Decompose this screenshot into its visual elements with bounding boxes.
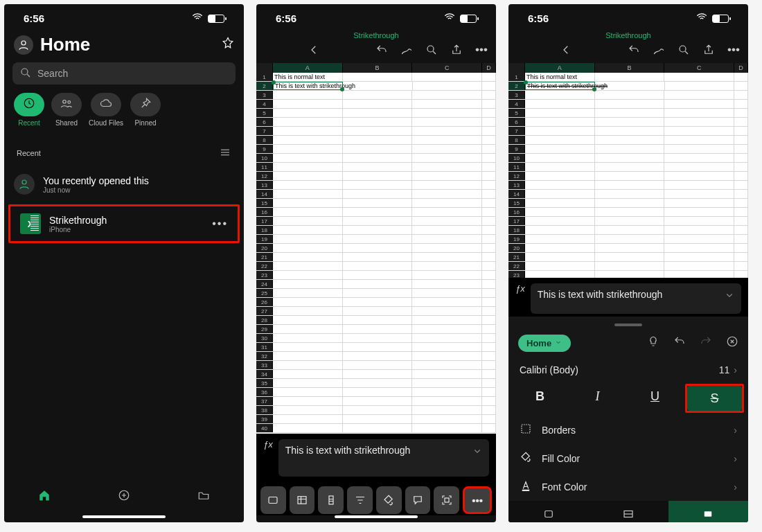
qt-scan-icon[interactable]	[434, 486, 459, 514]
undo-icon[interactable]	[673, 335, 686, 351]
table-row[interactable]: 7	[508, 127, 748, 136]
table-row[interactable]: 31	[256, 343, 496, 352]
table-row[interactable]: 1This is normal text	[256, 73, 496, 82]
draw-icon[interactable]	[399, 42, 414, 57]
table-row[interactable]: 5	[508, 109, 748, 118]
list-mode-icon[interactable]	[219, 146, 231, 160]
table-row[interactable]: 15	[256, 199, 496, 208]
font-picker[interactable]: Calibri (Body) 11 ›	[508, 359, 748, 381]
search-input[interactable]: Search	[12, 62, 236, 85]
strikethrough-button[interactable]: S	[687, 386, 742, 411]
table-row[interactable]: 16	[508, 208, 748, 217]
ribbon-home-button[interactable]: Home	[518, 335, 571, 352]
table-row[interactable]: 10	[256, 154, 496, 163]
table-row[interactable]: 33	[256, 361, 496, 370]
close-icon[interactable]	[726, 335, 738, 351]
table-row[interactable]: 27	[256, 307, 496, 316]
table-row[interactable]: 29	[256, 325, 496, 334]
premium-icon[interactable]	[222, 37, 234, 53]
table-row[interactable]: 18	[508, 226, 748, 235]
table-row[interactable]: 18	[256, 226, 496, 235]
col-a[interactable]: A	[525, 63, 595, 73]
table-row[interactable]: 34	[256, 370, 496, 379]
undo-icon[interactable]	[374, 42, 389, 57]
table-row[interactable]: 23	[508, 271, 748, 278]
more-icon[interactable]: •••	[726, 42, 741, 57]
table-row[interactable]: 13	[508, 181, 748, 190]
drag-handle[interactable]	[614, 323, 642, 326]
table-row[interactable]: 21	[508, 253, 748, 262]
col-d[interactable]: D	[734, 63, 748, 73]
qt-fill-icon[interactable]	[376, 486, 402, 514]
qt-card-icon[interactable]	[260, 486, 286, 514]
bold-button[interactable]: B	[513, 384, 567, 409]
spreadsheet[interactable]: A B C D 1This is normal text2This is tex…	[508, 63, 748, 278]
table-row[interactable]: 20	[508, 244, 748, 253]
qt-comment-icon[interactable]	[405, 486, 431, 514]
chip-cloud[interactable]: Cloud Files	[89, 93, 123, 127]
table-row[interactable]: 23	[256, 271, 496, 280]
table-row[interactable]: 4	[508, 100, 748, 109]
share-icon[interactable]	[701, 42, 716, 57]
table-row[interactable]: 14	[508, 190, 748, 199]
table-row[interactable]: 9	[508, 145, 748, 154]
underline-button[interactable]: U	[628, 384, 682, 409]
back-icon[interactable]	[515, 42, 617, 57]
col-b[interactable]: B	[595, 63, 665, 73]
table-row[interactable]: 3	[256, 91, 496, 100]
qt-filter-icon[interactable]	[347, 486, 373, 514]
nav-folder-icon[interactable]	[197, 489, 210, 505]
table-row[interactable]: 9	[256, 145, 496, 154]
table-row[interactable]: 40	[256, 424, 496, 433]
table-row[interactable]: 13	[256, 181, 496, 190]
table-row[interactable]: 8	[256, 136, 496, 145]
table-row[interactable]: 21	[256, 253, 496, 262]
view-split-icon[interactable]	[588, 501, 668, 522]
fx-input[interactable]: This is text with strikethrough	[531, 283, 741, 314]
table-row[interactable]: 28	[256, 316, 496, 325]
search-icon[interactable]	[676, 42, 691, 57]
chevron-down-icon[interactable]	[723, 289, 736, 303]
col-c[interactable]: C	[664, 63, 734, 73]
table-row[interactable]: 2This is text with strikethrough	[508, 82, 748, 91]
undo-icon[interactable]	[626, 42, 641, 57]
table-row[interactable]: 19	[508, 235, 748, 244]
table-row[interactable]: 8	[508, 136, 748, 145]
qt-more-button[interactable]: •••	[463, 486, 492, 514]
view-card-icon[interactable]	[508, 501, 588, 522]
table-row[interactable]: 3	[508, 91, 748, 100]
table-row[interactable]: 35	[256, 379, 496, 388]
table-row[interactable]: 20	[256, 244, 496, 253]
table-row[interactable]: 32	[256, 352, 496, 361]
spreadsheet[interactable]: A B C D 1This is normal text2This is tex…	[256, 63, 496, 434]
chip-recent[interactable]: Recent	[14, 93, 44, 127]
chevron-down-icon[interactable]	[471, 445, 484, 459]
user-avatar-icon[interactable]	[14, 35, 33, 55]
table-row[interactable]: 12	[256, 172, 496, 181]
col-a[interactable]: A	[273, 63, 343, 73]
table-row[interactable]: 11	[256, 163, 496, 172]
qt-column-icon[interactable]	[318, 486, 344, 514]
chip-shared[interactable]: Shared	[51, 93, 82, 127]
table-row[interactable]: 37	[256, 397, 496, 406]
qt-table-icon[interactable]	[290, 486, 315, 514]
table-row[interactable]: 7	[256, 127, 496, 136]
fill-color-row[interactable]: Fill Color ›	[508, 444, 748, 472]
share-icon[interactable]	[449, 42, 464, 57]
table-row[interactable]: 30	[256, 334, 496, 343]
table-row[interactable]: 14	[256, 190, 496, 199]
chip-pinned[interactable]: Pinned	[130, 93, 161, 127]
more-icon[interactable]: •••	[474, 42, 489, 57]
table-row[interactable]: 17	[256, 217, 496, 226]
view-keyboard-icon[interactable]	[668, 501, 748, 522]
table-row[interactable]: 12	[508, 172, 748, 181]
nav-home-icon[interactable]	[38, 489, 51, 505]
draw-icon[interactable]	[651, 42, 666, 57]
col-d[interactable]: D	[482, 63, 496, 73]
table-row[interactable]: 2This is text with strikethrough	[256, 82, 496, 91]
col-b[interactable]: B	[343, 63, 413, 73]
table-row[interactable]: 39	[256, 415, 496, 424]
table-row[interactable]: 38	[256, 406, 496, 415]
table-row[interactable]: 15	[508, 199, 748, 208]
table-row[interactable]: 11	[508, 163, 748, 172]
